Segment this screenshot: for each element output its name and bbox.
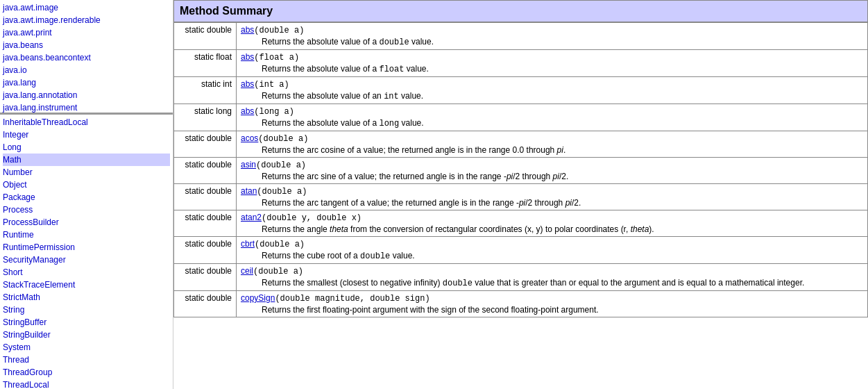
class-link[interactable]: ProcessBuilder xyxy=(3,216,170,229)
method-detail: ceil(double a)Returns the smallest (clos… xyxy=(237,264,868,291)
method-modifier: static double xyxy=(174,210,237,237)
method-name-link[interactable]: asin xyxy=(241,160,256,169)
method-detail: abs(int a)Returns the absolute value of … xyxy=(237,77,868,104)
method-detail: acos(double a)Returns the arc cosine of … xyxy=(237,131,868,158)
method-detail: cbrt(double a)Returns the cube root of a… xyxy=(237,237,868,264)
method-modifier: static double xyxy=(174,23,237,50)
method-summary-title: Method Summary xyxy=(173,0,868,22)
method-modifier: static double xyxy=(174,131,237,158)
sidebar: java.awt.imagejava.awt.image.renderablej… xyxy=(0,0,173,389)
method-modifier: static double xyxy=(174,264,237,291)
method-name-link[interactable]: abs xyxy=(241,79,254,89)
method-detail: copySign(double magnitude, double sign)R… xyxy=(237,291,868,317)
method-detail: abs(float a)Returns the absolute value o… xyxy=(237,50,868,77)
table-row: static floatabs(float a)Returns the abso… xyxy=(174,50,868,77)
method-description: Returns the first floating-point argumen… xyxy=(241,305,863,315)
method-detail: abs(long a)Returns the absolute value of… xyxy=(237,104,868,131)
method-signature: (long a) xyxy=(254,107,294,117)
method-modifier: static float xyxy=(174,50,237,77)
class-link[interactable]: Number xyxy=(3,166,170,179)
class-link[interactable]: Runtime xyxy=(3,229,170,241)
package-link[interactable]: java.awt.image.renderable xyxy=(3,14,170,26)
method-detail: atan2(double y, double x)Returns the ang… xyxy=(237,210,868,237)
method-signature: (double y, double x) xyxy=(262,213,361,223)
method-signature: (double a) xyxy=(254,26,304,35)
package-link[interactable]: java.awt.image xyxy=(3,1,170,14)
package-list[interactable]: java.awt.imagejava.awt.image.renderablej… xyxy=(0,0,173,115)
package-link[interactable]: java.lang.instrument xyxy=(3,101,170,114)
package-link[interactable]: java.io xyxy=(3,64,170,76)
class-link[interactable]: Thread xyxy=(3,354,170,366)
table-row: static doublecbrt(double a)Returns the c… xyxy=(174,237,868,264)
class-link[interactable]: ThreadLocal xyxy=(3,379,170,389)
method-name-link[interactable]: cbrt xyxy=(241,239,255,249)
method-modifier: static double xyxy=(174,291,237,317)
main-content[interactable]: Method Summary static doubleabs(double a… xyxy=(173,0,868,389)
method-signature: (double a) xyxy=(253,267,303,276)
method-detail: atan(double a)Returns the arc tangent of… xyxy=(237,184,868,210)
method-table: static doubleabs(double a)Returns the ab… xyxy=(173,22,868,317)
class-link[interactable]: Math xyxy=(3,154,170,166)
table-row: static doubleatan2(double y, double x)Re… xyxy=(174,210,868,237)
table-row: static doubleasin(double a)Returns the a… xyxy=(174,158,868,184)
table-row: static intabs(int a)Returns the absolute… xyxy=(174,77,868,104)
method-name-link[interactable]: copySign xyxy=(241,293,275,303)
class-link[interactable]: StringBuffer xyxy=(3,316,170,329)
method-description: Returns the absolute value of a double v… xyxy=(241,37,863,47)
class-link[interactable]: RuntimePermission xyxy=(3,241,170,254)
class-link[interactable]: StackTraceElement xyxy=(3,279,170,291)
class-link[interactable]: Object xyxy=(3,179,170,191)
class-link[interactable]: String xyxy=(3,304,170,316)
table-row: static longabs(long a)Returns the absolu… xyxy=(174,104,868,131)
method-name-link[interactable]: abs xyxy=(241,25,254,35)
package-link[interactable]: java.awt.print xyxy=(3,26,170,39)
table-row: static doubleatan(double a)Returns the a… xyxy=(174,184,868,210)
method-modifier: static double xyxy=(174,184,237,210)
class-link[interactable]: Process xyxy=(3,204,170,216)
method-detail: asin(double a)Returns the arc sine of a … xyxy=(237,158,868,184)
table-row: static doubleabs(double a)Returns the ab… xyxy=(174,23,868,50)
method-name-link[interactable]: ceil xyxy=(241,266,253,276)
method-description: Returns the absolute value of a long val… xyxy=(241,118,863,129)
package-link[interactable]: java.lang xyxy=(3,76,170,89)
method-description: Returns the absolute value of a float va… xyxy=(241,64,863,74)
method-name-link[interactable]: atan xyxy=(241,186,257,196)
class-link[interactable]: Package xyxy=(3,191,170,204)
method-description: Returns the cube root of a double value. xyxy=(241,251,863,261)
package-link[interactable]: java.lang.annotation xyxy=(3,89,170,101)
method-description: Returns the arc sine of a value; the ret… xyxy=(241,172,863,181)
class-link[interactable]: SecurityManager xyxy=(3,254,170,266)
method-description: Returns the arc tangent of a value; the … xyxy=(241,198,863,208)
class-link[interactable]: Short xyxy=(3,266,170,279)
table-row: static doubleacos(double a)Returns the a… xyxy=(174,131,868,158)
method-detail: abs(double a)Returns the absolute value … xyxy=(237,23,868,50)
method-modifier: static int xyxy=(174,77,237,104)
method-modifier: static double xyxy=(174,158,237,184)
method-signature: (double a) xyxy=(258,134,308,144)
class-link[interactable]: System xyxy=(3,341,170,354)
method-modifier: static long xyxy=(174,104,237,131)
method-signature: (double a) xyxy=(255,240,305,249)
method-name-link[interactable]: abs xyxy=(241,106,254,116)
method-name-link[interactable]: atan2 xyxy=(241,213,262,222)
method-signature: (double a) xyxy=(257,187,307,197)
class-link[interactable]: StrictMath xyxy=(3,291,170,304)
class-link[interactable]: InheritableThreadLocal xyxy=(3,116,170,129)
method-signature: (double magnitude, double sign) xyxy=(275,294,429,304)
method-description: Returns the angle theta from the convers… xyxy=(241,224,863,234)
package-link[interactable]: java.beans.beancontext xyxy=(3,51,170,64)
class-link[interactable]: Integer xyxy=(3,129,170,141)
method-name-link[interactable]: abs xyxy=(241,52,254,62)
method-signature: (int a) xyxy=(254,80,289,90)
method-description: Returns the smallest (closest to negativ… xyxy=(241,278,863,288)
class-link[interactable]: StringBuilder xyxy=(3,329,170,341)
method-signature: (float a) xyxy=(254,53,299,63)
class-list[interactable]: InheritableThreadLocalIntegerLongMathNum… xyxy=(0,115,173,389)
package-link[interactable]: java.beans xyxy=(3,39,170,51)
class-link[interactable]: ThreadGroup xyxy=(3,366,170,379)
class-link[interactable]: Long xyxy=(3,141,170,154)
method-name-link[interactable]: acos xyxy=(241,133,258,143)
method-description: Returns the absolute value of an int val… xyxy=(241,91,863,101)
method-description: Returns the arc cosine of a value; the r… xyxy=(241,145,863,155)
table-row: static doublecopySign(double magnitude, … xyxy=(174,291,868,317)
